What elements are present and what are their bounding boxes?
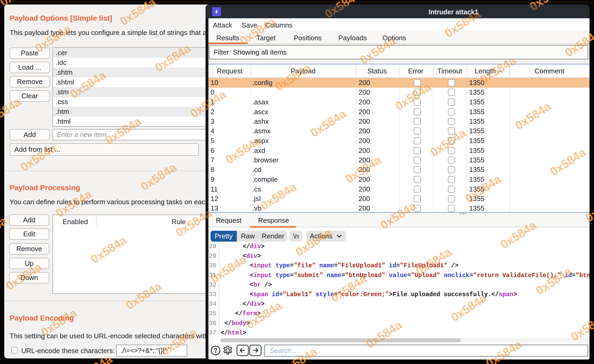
svg-text:?: ? — [214, 347, 217, 354]
